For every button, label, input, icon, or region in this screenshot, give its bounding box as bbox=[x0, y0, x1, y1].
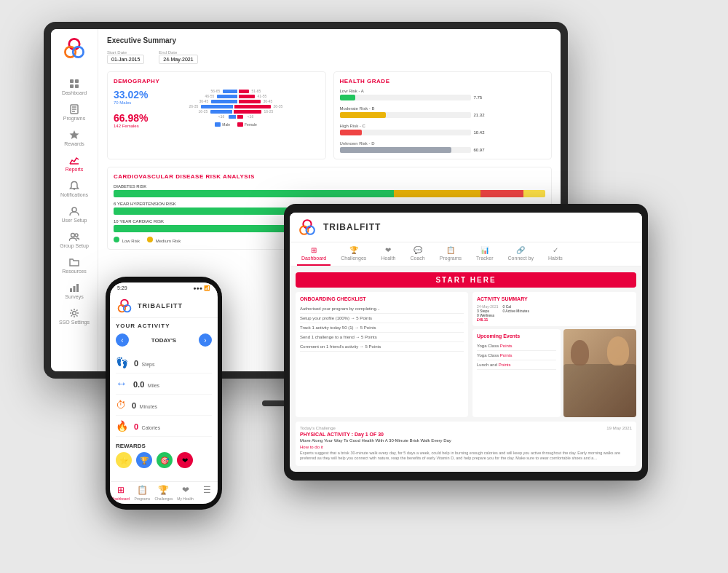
sidebar-item-sso[interactable]: SSO Settings bbox=[51, 304, 98, 329]
bell-icon bbox=[68, 181, 81, 191]
svg-rect-18 bbox=[70, 288, 72, 292]
sidebar-item-resources[interactable]: Resources bbox=[51, 253, 98, 278]
event-3: Lunch and Points bbox=[477, 360, 556, 370]
checklist-item-3: Track 1 activity today 50 (1) → 5 Points bbox=[300, 323, 464, 333]
svg-rect-5 bbox=[70, 84, 74, 88]
tribalfitt-logo-icon bbox=[61, 35, 87, 61]
tablet-nav-challenges[interactable]: 🏆 Challenges bbox=[336, 242, 371, 266]
tablet-logo-text: TRIBALFITT bbox=[323, 222, 381, 232]
start-date-value[interactable]: 01-Jan-2015 bbox=[107, 55, 144, 64]
phone-nav-dashboard-label: Dashboard bbox=[112, 497, 130, 501]
phone-nav-programs[interactable]: 📋 Programs bbox=[132, 485, 154, 501]
svg-rect-19 bbox=[74, 286, 76, 292]
sidebar-item-surveys[interactable]: Surveys bbox=[51, 278, 98, 304]
tablet-coach-icon: 💬 bbox=[414, 246, 422, 254]
tablet-nav-health[interactable]: ❤ Health bbox=[376, 242, 400, 266]
upcoming-events-title: Upcoming Events bbox=[477, 333, 556, 339]
phone-nav-health[interactable]: ❤ My Health bbox=[175, 485, 197, 501]
miles-value: 0.0 bbox=[133, 380, 144, 389]
svg-point-17 bbox=[75, 234, 78, 237]
start-here-banner[interactable]: START HERE bbox=[296, 272, 636, 288]
users-icon bbox=[68, 232, 81, 242]
sidebar-item-user-setup[interactable]: User Setup bbox=[51, 202, 98, 227]
medium-risk-legend-dot bbox=[147, 237, 153, 242]
phone-body: YOUR AcTiVITY ‹ TODAY'S › 👣 0 Steps ↔ bbox=[110, 318, 218, 481]
start-date-field: Start Date 01-Jan-2015 bbox=[107, 50, 144, 64]
moderate-risk-value: 21.32 bbox=[474, 113, 485, 117]
phone-logo-icon bbox=[116, 297, 133, 315]
today-label: TODAY'S bbox=[151, 337, 176, 344]
pyramid-row-2: 46-55 41-55 bbox=[152, 94, 319, 98]
phone-screen: 5:29 ●●● 📶 TRIBALFITT YOUR AcTiVITY ‹ TO… bbox=[110, 282, 218, 504]
sidebar-item-rewards[interactable]: Rewards bbox=[51, 125, 98, 151]
sidebar-item-reports[interactable]: Reports bbox=[51, 151, 98, 176]
health-grade-section: HEALTH GRADE Low Risk - A 7.75 bbox=[333, 71, 553, 159]
tablet-dashboard-icon: ⊞ bbox=[311, 246, 317, 254]
event-1: Yoga Class Points bbox=[477, 341, 556, 351]
phone-nav-challenges[interactable]: 🏆 Challenges bbox=[153, 485, 175, 501]
rewards-title: REWARDS bbox=[116, 443, 212, 449]
executive-summary-title: Executive Summary bbox=[107, 36, 552, 44]
reward-icon-3: 🎯 bbox=[157, 452, 173, 468]
phone-header: TRIBALFITT bbox=[110, 294, 218, 318]
tablet-photo-area bbox=[563, 329, 636, 417]
svg-rect-3 bbox=[70, 79, 74, 83]
low-risk-bar bbox=[340, 95, 356, 100]
svg-rect-6 bbox=[75, 84, 79, 88]
svg-marker-11 bbox=[70, 130, 79, 139]
health-bar-low-risk: Low Risk - A 7.75 bbox=[340, 89, 546, 100]
calories-label: Calories bbox=[142, 425, 161, 430]
reward-icon-2: 🏆 bbox=[136, 452, 152, 468]
next-day-button[interactable]: › bbox=[199, 333, 212, 347]
cvd-diabetes-label: DIABETES RISK bbox=[114, 184, 545, 189]
demography-health-row: DEMOGRAPHY 33.02% 70 Males 66.98% 142 Fe… bbox=[107, 71, 552, 159]
unknown-risk-value: 60.97 bbox=[474, 148, 485, 152]
male-count: 70 Males bbox=[114, 100, 148, 105]
unknown-risk-label: Unknown Risk - D bbox=[340, 141, 546, 146]
todays-challenge-panel: Today's Challenge 19 May 2021 PHYSICAL A… bbox=[296, 422, 636, 466]
female-legend-label: Female bbox=[245, 122, 257, 127]
phone-nav-dashboard[interactable]: ⊞ Dashboard bbox=[110, 485, 132, 501]
tablet-screen: TRIBALFITT ⊞ Dashboard 🏆 Challenges ❤ He… bbox=[290, 213, 642, 472]
low-risk-legend-label: Low Risk bbox=[122, 239, 140, 243]
sidebar-item-group-setup[interactable]: Group Setup bbox=[51, 227, 98, 253]
rewards-section: REWARDS ⭐ 🏆 🎯 ❤ bbox=[116, 443, 212, 468]
upcoming-events-panel: Upcoming Events Yoga Class Points Yoga C… bbox=[472, 329, 561, 417]
tablet-nav-tracker[interactable]: 📊 Tracker bbox=[472, 242, 497, 266]
tablet-nav-dashboard[interactable]: ⊞ Dashboard bbox=[297, 242, 331, 266]
end-date-value[interactable]: 24-May-2021 bbox=[159, 55, 197, 64]
onboarding-title: ONBOARDING CHECKLIST bbox=[300, 296, 464, 301]
demography-section: DEMOGRAPHY 33.02% 70 Males 66.98% 142 Fe… bbox=[107, 71, 326, 159]
sidebar-item-notifications[interactable]: Notifications bbox=[51, 176, 98, 202]
health-grade-title: HEALTH GRADE bbox=[340, 78, 546, 84]
sidebar-item-programs[interactable]: Programs bbox=[51, 100, 98, 125]
prev-day-button[interactable]: ‹ bbox=[116, 333, 129, 347]
tablet-habits-icon: ✓ bbox=[553, 246, 558, 254]
phone-frame: 5:29 ●●● 📶 TRIBALFITT YOUR AcTiVITY ‹ TO… bbox=[106, 277, 222, 510]
tablet-nav-coach[interactable]: 💬 Coach bbox=[406, 242, 430, 266]
checklist-item-1: Authorised your program by completing... bbox=[300, 304, 464, 314]
steps-label: Steps bbox=[142, 362, 155, 367]
event-2: Yoga Class Points bbox=[477, 351, 556, 360]
female-legend-color bbox=[237, 122, 243, 127]
sidebar-item-dashboard[interactable]: Dashboard bbox=[51, 74, 98, 100]
phone-nav-menu[interactable]: ☰ bbox=[196, 485, 218, 501]
demography-content: 33.02% 70 Males 66.98% 142 Females bbox=[114, 89, 320, 128]
tablet-nav-connect[interactable]: 🔗 Connect by bbox=[504, 242, 538, 266]
male-legend-label: Male bbox=[222, 122, 230, 127]
tablet-nav-programs[interactable]: 📋 Programs bbox=[435, 242, 466, 266]
tablet-nav-habits[interactable]: ✓ Habits bbox=[544, 242, 567, 266]
dashboard-nav-icon: ⊞ bbox=[117, 485, 124, 495]
low-risk-value: 7.75 bbox=[474, 95, 483, 100]
tablet-programs-icon: 📋 bbox=[446, 246, 455, 254]
tablet-two-col: ONBOARDING CHECKLIST Authorised your pro… bbox=[296, 292, 636, 417]
miles-label: Miles bbox=[148, 383, 159, 388]
high-risk-value: 10.42 bbox=[474, 130, 485, 135]
svg-point-15 bbox=[72, 208, 76, 212]
health-bar-moderate-risk: Moderate Risk - B 21.32 bbox=[340, 106, 546, 118]
demography-title: DEMOGRAPHY bbox=[114, 78, 320, 84]
challenge-label: Today's Challenge bbox=[300, 426, 336, 430]
minutes-metric: ⏱ 0 Minutes bbox=[116, 395, 212, 416]
svg-point-16 bbox=[71, 234, 75, 237]
grid-icon bbox=[68, 79, 81, 89]
